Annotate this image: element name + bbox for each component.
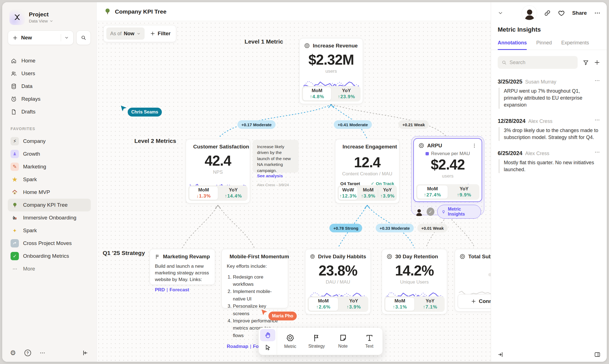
forecast-link[interactable]: Forecast <box>170 287 189 292</box>
annotation-menu-icon[interactable] <box>594 78 600 84</box>
sidebar-item-marketing[interactable]: ✎ Marketing <box>8 160 91 173</box>
level2-label: Level 2 Metrics <box>134 138 176 144</box>
note-tool-button[interactable]: Note <box>330 328 356 355</box>
metric-stats: MoM ↑2.6% YoY ↑3.9% <box>308 296 368 312</box>
see-analysis-link[interactable]: See analysis <box>257 173 294 178</box>
panel-header-row: Share <box>491 2 607 22</box>
stat-value: ↑14.4% <box>225 193 242 199</box>
collapse-panel-icon[interactable] <box>497 351 504 358</box>
sidebar-item-company[interactable]: ⚡ Company <box>8 135 91 148</box>
add-annotation-icon[interactable] <box>594 59 600 65</box>
sidebar-item-immersive-onboarding[interactable]: Immersive Onboarding <box>8 211 91 224</box>
metric-card-increase-engagement[interactable]: Increase Engagement 12.4 Content Creatio… <box>335 139 399 203</box>
filter-button[interactable]: Filter <box>150 31 170 37</box>
tab-pinned[interactable]: Pinned <box>536 40 552 50</box>
document-icon <box>11 109 17 115</box>
search-field[interactable] <box>498 56 578 69</box>
metric-card-total-subscriptions[interactable]: Total Subscript Connect <box>455 249 491 312</box>
text-tool-button[interactable]: Text <box>356 328 382 355</box>
annotations-search-row <box>491 50 607 71</box>
more-options-icon[interactable] <box>594 10 601 16</box>
sidebar-item-home-mvp[interactable]: Home MVP <box>8 186 91 199</box>
sidebar-item-cross-project-moves[interactable]: Cross Project Moves <box>8 237 91 250</box>
workspace-switcher[interactable]: Project Data View <box>8 8 91 31</box>
strategy-card-marketing-revamp[interactable]: Marketing Revamp Build and launch a new … <box>150 249 215 285</box>
filter-funnel-icon[interactable] <box>583 59 589 66</box>
sidebar-item-home[interactable]: Home <box>8 54 91 67</box>
metric-card-arpu[interactable]: ARPU Revenue per MAU $2.42 users MoM <box>413 138 482 202</box>
workspace-view-switcher[interactable]: Data View <box>29 19 53 23</box>
prd-link[interactable]: PRD <box>155 287 165 292</box>
user-avatar[interactable] <box>522 6 537 21</box>
correlation-pill[interactable]: +0.41 Moderate <box>334 120 372 129</box>
chevron-down-icon[interactable] <box>64 36 69 40</box>
chevron-down-icon[interactable] <box>498 10 503 16</box>
metric-card-drive-daily-habbits[interactable]: Drive Daily Habbits 23.8% DAU / MAU MoM … <box>305 249 371 314</box>
collapse-sidebar-icon[interactable] <box>82 350 89 356</box>
collaborator-name-tag: Chris Seams <box>128 108 162 117</box>
copy-link-icon[interactable] <box>544 10 551 16</box>
stat-value: ↑7.1% <box>423 304 437 310</box>
stat-value: ↑4.8% <box>310 94 324 100</box>
metric-card-30-day-retention[interactable]: 30 Day Retention 14.2% Unique Users MoM … <box>382 249 447 314</box>
annotation-menu-icon[interactable] <box>594 117 600 123</box>
strategy-tool-button[interactable]: Strategy <box>303 328 330 355</box>
sidebar-search-button[interactable] <box>76 31 91 45</box>
sidebar-item-replays[interactable]: Replays <box>8 93 91 105</box>
search-input[interactable] <box>510 60 574 65</box>
connect-button[interactable]: Connect <box>458 294 491 309</box>
correlation-pill[interactable]: +0.21 Weak <box>398 120 429 129</box>
stat-wow: WoW ↑12.3% <box>338 186 358 200</box>
stat-value: ↑9.9% <box>457 192 471 198</box>
help-icon[interactable] <box>24 350 31 356</box>
favorite-heart-icon[interactable] <box>558 10 565 17</box>
correlation-pill[interactable]: +0.78 Strong <box>329 224 362 232</box>
sidebar-item-spark-2[interactable]: ✦ Spark <box>8 224 91 237</box>
select-tool-button[interactable] <box>260 341 275 353</box>
metric-tool-button[interactable]: Metric <box>277 328 303 355</box>
roadmap-link[interactable]: Roadmap <box>227 344 248 349</box>
plus-icon <box>150 31 155 36</box>
sidebar-item-more[interactable]: More <box>8 262 91 275</box>
correlation-pill[interactable]: +0.33 Moderate <box>376 224 414 232</box>
x-logo-icon <box>14 14 21 21</box>
rocket-icon <box>11 150 19 158</box>
annotation-author: Alex Cress <box>528 118 592 124</box>
sidebar-item-onboarding-metrics[interactable]: ✓ Onboarding Metrics <box>8 250 91 262</box>
tool-label: Metric <box>284 344 296 349</box>
as-of-dropdown[interactable]: As of Now <box>106 27 145 40</box>
kpi-tree-canvas[interactable]: As of Now Filter Level 1 Metric Level 2 … <box>97 21 491 362</box>
metric-stats: MoM ↑4.8% YoY ↑23.9% <box>302 86 361 102</box>
panel-layout-icon[interactable] <box>594 351 601 358</box>
more-options-icon[interactable] <box>39 350 46 356</box>
metric-insights-button[interactable]: Metric Insights <box>437 205 481 219</box>
settings-gear-icon[interactable]: ⚙ <box>10 349 16 357</box>
annotation-item[interactable]: 12/28/2024 Alex Cress 3% drop likely due… <box>498 117 600 141</box>
correlation-pill[interactable]: +0.01 Weak <box>417 224 447 232</box>
sidebar-item-drafts[interactable]: Drafts <box>8 105 91 118</box>
strategy-card-mobile-first-momentum[interactable]: Mobile-First Momentum Key efforts includ… <box>222 249 288 308</box>
sidebar-item-growth[interactable]: Growth <box>8 148 91 160</box>
annotation-item[interactable]: 3/25/2025 Susan Murray ARPU went up 7% t… <box>498 78 600 109</box>
share-button[interactable]: Share <box>572 10 587 16</box>
correlation-pill[interactable]: +0.17 Moderate <box>238 120 276 129</box>
sidebar-item-users[interactable]: Users <box>8 67 91 80</box>
metric-card-customer-satisfaction[interactable]: Customer Satisfaction 42.4 NPS MoM ↓1.3%… <box>186 139 250 203</box>
metric-card-arpu-selection-ring[interactable]: ARPU Revenue per MAU $2.42 users MoM <box>411 136 484 215</box>
users-icon <box>11 70 17 77</box>
tab-annotations[interactable]: Annotations <box>498 40 527 50</box>
sidebar-item-spark[interactable]: ★ Spark <box>8 173 91 186</box>
metric-value: 42.4 <box>190 153 246 169</box>
sidebar-item-data[interactable]: Data <box>8 80 91 93</box>
metric-stats: WoW ↑12.3% MoM ↑3.9% YoY ↑3.9% <box>338 185 397 201</box>
kebab-menu-icon[interactable] <box>472 143 477 148</box>
analysis-note[interactable]: Increase likely driven by the launch of … <box>253 140 299 173</box>
sidebar-item-company-kpi-tree[interactable]: Company KPI Tree <box>8 199 91 211</box>
annotation-item[interactable]: 6/25/2024 Alex Cress Mostly flat this qu… <box>498 149 600 173</box>
new-button[interactable]: New <box>8 31 74 45</box>
hand-tool-button[interactable] <box>260 329 275 341</box>
annotation-menu-icon[interactable] <box>594 149 600 155</box>
metric-card-increase-revenue[interactable]: Increase Revenue $2.32M users MoM ↑4.8% … <box>299 38 363 104</box>
tab-experiments[interactable]: Experiments <box>561 40 589 50</box>
collaborator-cursor-maria: Maria Pho <box>261 309 268 317</box>
